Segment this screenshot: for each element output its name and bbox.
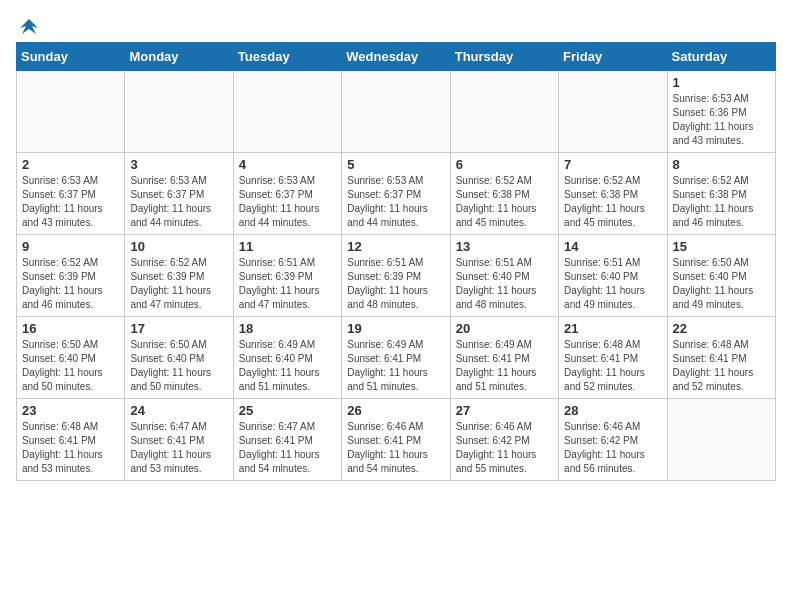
calendar-cell: 21Sunrise: 6:48 AM Sunset: 6:41 PM Dayli… <box>559 317 667 399</box>
calendar-header-friday: Friday <box>559 43 667 71</box>
day-info: Sunrise: 6:52 AM Sunset: 6:38 PM Dayligh… <box>673 174 770 230</box>
calendar-cell <box>667 399 775 481</box>
day-number: 14 <box>564 239 661 254</box>
day-number: 28 <box>564 403 661 418</box>
calendar-cell: 15Sunrise: 6:50 AM Sunset: 6:40 PM Dayli… <box>667 235 775 317</box>
calendar-week-row: 1Sunrise: 6:53 AM Sunset: 6:36 PM Daylig… <box>17 71 776 153</box>
calendar-cell <box>233 71 341 153</box>
calendar-cell: 25Sunrise: 6:47 AM Sunset: 6:41 PM Dayli… <box>233 399 341 481</box>
calendar-table: SundayMondayTuesdayWednesdayThursdayFrid… <box>16 42 776 481</box>
calendar-cell <box>450 71 558 153</box>
day-info: Sunrise: 6:52 AM Sunset: 6:39 PM Dayligh… <box>130 256 227 312</box>
day-number: 24 <box>130 403 227 418</box>
day-info: Sunrise: 6:51 AM Sunset: 6:40 PM Dayligh… <box>564 256 661 312</box>
day-number: 26 <box>347 403 444 418</box>
calendar-cell: 26Sunrise: 6:46 AM Sunset: 6:41 PM Dayli… <box>342 399 450 481</box>
day-number: 21 <box>564 321 661 336</box>
calendar-cell: 2Sunrise: 6:53 AM Sunset: 6:37 PM Daylig… <box>17 153 125 235</box>
day-info: Sunrise: 6:50 AM Sunset: 6:40 PM Dayligh… <box>673 256 770 312</box>
calendar-cell: 1Sunrise: 6:53 AM Sunset: 6:36 PM Daylig… <box>667 71 775 153</box>
page-header <box>16 16 776 34</box>
day-number: 9 <box>22 239 119 254</box>
day-number: 5 <box>347 157 444 172</box>
day-info: Sunrise: 6:53 AM Sunset: 6:37 PM Dayligh… <box>130 174 227 230</box>
day-number: 12 <box>347 239 444 254</box>
calendar-cell: 14Sunrise: 6:51 AM Sunset: 6:40 PM Dayli… <box>559 235 667 317</box>
day-number: 20 <box>456 321 553 336</box>
calendar-cell: 19Sunrise: 6:49 AM Sunset: 6:41 PM Dayli… <box>342 317 450 399</box>
calendar-cell <box>125 71 233 153</box>
day-info: Sunrise: 6:53 AM Sunset: 6:37 PM Dayligh… <box>239 174 336 230</box>
day-info: Sunrise: 6:47 AM Sunset: 6:41 PM Dayligh… <box>239 420 336 476</box>
day-number: 16 <box>22 321 119 336</box>
calendar-cell: 23Sunrise: 6:48 AM Sunset: 6:41 PM Dayli… <box>17 399 125 481</box>
day-number: 22 <box>673 321 770 336</box>
day-info: Sunrise: 6:47 AM Sunset: 6:41 PM Dayligh… <box>130 420 227 476</box>
day-info: Sunrise: 6:46 AM Sunset: 6:42 PM Dayligh… <box>456 420 553 476</box>
day-info: Sunrise: 6:49 AM Sunset: 6:41 PM Dayligh… <box>347 338 444 394</box>
calendar-header-sunday: Sunday <box>17 43 125 71</box>
day-number: 1 <box>673 75 770 90</box>
calendar-cell: 12Sunrise: 6:51 AM Sunset: 6:39 PM Dayli… <box>342 235 450 317</box>
calendar-cell: 9Sunrise: 6:52 AM Sunset: 6:39 PM Daylig… <box>17 235 125 317</box>
day-number: 19 <box>347 321 444 336</box>
day-number: 3 <box>130 157 227 172</box>
calendar-cell: 20Sunrise: 6:49 AM Sunset: 6:41 PM Dayli… <box>450 317 558 399</box>
calendar-header-tuesday: Tuesday <box>233 43 341 71</box>
calendar-cell: 17Sunrise: 6:50 AM Sunset: 6:40 PM Dayli… <box>125 317 233 399</box>
calendar-cell <box>559 71 667 153</box>
calendar-cell: 7Sunrise: 6:52 AM Sunset: 6:38 PM Daylig… <box>559 153 667 235</box>
day-number: 23 <box>22 403 119 418</box>
day-info: Sunrise: 6:52 AM Sunset: 6:39 PM Dayligh… <box>22 256 119 312</box>
calendar-cell: 18Sunrise: 6:49 AM Sunset: 6:40 PM Dayli… <box>233 317 341 399</box>
calendar-cell: 11Sunrise: 6:51 AM Sunset: 6:39 PM Dayli… <box>233 235 341 317</box>
calendar-week-row: 23Sunrise: 6:48 AM Sunset: 6:41 PM Dayli… <box>17 399 776 481</box>
calendar-cell: 13Sunrise: 6:51 AM Sunset: 6:40 PM Dayli… <box>450 235 558 317</box>
day-number: 25 <box>239 403 336 418</box>
calendar-header-saturday: Saturday <box>667 43 775 71</box>
calendar-header-monday: Monday <box>125 43 233 71</box>
calendar-week-row: 9Sunrise: 6:52 AM Sunset: 6:39 PM Daylig… <box>17 235 776 317</box>
calendar-week-row: 2Sunrise: 6:53 AM Sunset: 6:37 PM Daylig… <box>17 153 776 235</box>
day-number: 15 <box>673 239 770 254</box>
calendar-cell: 4Sunrise: 6:53 AM Sunset: 6:37 PM Daylig… <box>233 153 341 235</box>
day-info: Sunrise: 6:51 AM Sunset: 6:40 PM Dayligh… <box>456 256 553 312</box>
day-number: 10 <box>130 239 227 254</box>
day-info: Sunrise: 6:48 AM Sunset: 6:41 PM Dayligh… <box>673 338 770 394</box>
calendar-cell <box>342 71 450 153</box>
calendar-header-wednesday: Wednesday <box>342 43 450 71</box>
calendar-cell: 10Sunrise: 6:52 AM Sunset: 6:39 PM Dayli… <box>125 235 233 317</box>
day-info: Sunrise: 6:53 AM Sunset: 6:37 PM Dayligh… <box>347 174 444 230</box>
day-info: Sunrise: 6:51 AM Sunset: 6:39 PM Dayligh… <box>239 256 336 312</box>
calendar-header-row: SundayMondayTuesdayWednesdayThursdayFrid… <box>17 43 776 71</box>
day-info: Sunrise: 6:49 AM Sunset: 6:41 PM Dayligh… <box>456 338 553 394</box>
calendar-cell: 3Sunrise: 6:53 AM Sunset: 6:37 PM Daylig… <box>125 153 233 235</box>
calendar-cell: 27Sunrise: 6:46 AM Sunset: 6:42 PM Dayli… <box>450 399 558 481</box>
calendar-cell <box>17 71 125 153</box>
day-number: 18 <box>239 321 336 336</box>
calendar-cell: 6Sunrise: 6:52 AM Sunset: 6:38 PM Daylig… <box>450 153 558 235</box>
day-info: Sunrise: 6:52 AM Sunset: 6:38 PM Dayligh… <box>456 174 553 230</box>
day-info: Sunrise: 6:48 AM Sunset: 6:41 PM Dayligh… <box>22 420 119 476</box>
day-info: Sunrise: 6:53 AM Sunset: 6:37 PM Dayligh… <box>22 174 119 230</box>
day-info: Sunrise: 6:46 AM Sunset: 6:42 PM Dayligh… <box>564 420 661 476</box>
svg-marker-0 <box>20 19 38 34</box>
calendar-cell: 5Sunrise: 6:53 AM Sunset: 6:37 PM Daylig… <box>342 153 450 235</box>
calendar-week-row: 16Sunrise: 6:50 AM Sunset: 6:40 PM Dayli… <box>17 317 776 399</box>
logo <box>16 16 40 34</box>
day-info: Sunrise: 6:53 AM Sunset: 6:36 PM Dayligh… <box>673 92 770 148</box>
day-info: Sunrise: 6:49 AM Sunset: 6:40 PM Dayligh… <box>239 338 336 394</box>
calendar-cell: 24Sunrise: 6:47 AM Sunset: 6:41 PM Dayli… <box>125 399 233 481</box>
logo-bird-icon <box>18 16 40 38</box>
day-info: Sunrise: 6:48 AM Sunset: 6:41 PM Dayligh… <box>564 338 661 394</box>
day-info: Sunrise: 6:46 AM Sunset: 6:41 PM Dayligh… <box>347 420 444 476</box>
day-info: Sunrise: 6:50 AM Sunset: 6:40 PM Dayligh… <box>22 338 119 394</box>
calendar-cell: 8Sunrise: 6:52 AM Sunset: 6:38 PM Daylig… <box>667 153 775 235</box>
day-number: 7 <box>564 157 661 172</box>
day-info: Sunrise: 6:51 AM Sunset: 6:39 PM Dayligh… <box>347 256 444 312</box>
day-number: 17 <box>130 321 227 336</box>
day-number: 27 <box>456 403 553 418</box>
day-number: 6 <box>456 157 553 172</box>
day-number: 13 <box>456 239 553 254</box>
calendar-cell: 22Sunrise: 6:48 AM Sunset: 6:41 PM Dayli… <box>667 317 775 399</box>
